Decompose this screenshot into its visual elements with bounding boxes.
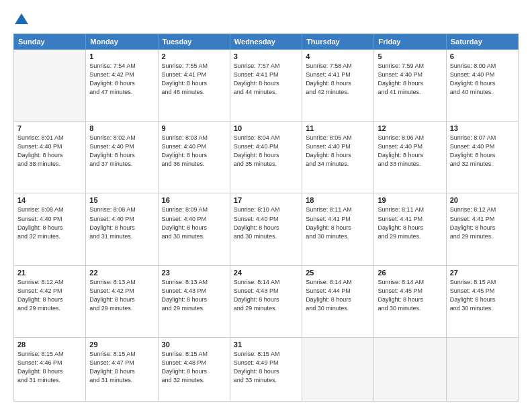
calendar-week-row: 1Sunrise: 7:54 AM Sunset: 4:42 PM Daylig…: [14, 50, 519, 122]
day-number: 20: [450, 196, 515, 204]
calendar-cell: 19Sunrise: 8:11 AM Sunset: 4:41 PM Dayli…: [374, 193, 446, 265]
calendar-cell: 8Sunrise: 8:02 AM Sunset: 4:40 PM Daylig…: [86, 122, 158, 193]
day-number: 24: [234, 269, 298, 277]
day-info: Sunrise: 8:09 AM Sunset: 4:40 PM Dayligh…: [162, 205, 226, 240]
logo: [13, 12, 30, 27]
day-number: 12: [378, 124, 442, 132]
calendar-cell: 25Sunrise: 8:14 AM Sunset: 4:44 PM Dayli…: [302, 265, 374, 337]
calendar-cell: [446, 337, 518, 401]
day-info: Sunrise: 7:54 AM Sunset: 4:42 PM Dayligh…: [89, 62, 154, 97]
calendar-cell: [14, 50, 86, 122]
day-number: 16: [162, 196, 226, 204]
day-info: Sunrise: 8:10 AM Sunset: 4:40 PM Dayligh…: [234, 205, 298, 240]
day-number: 10: [234, 124, 298, 132]
day-number: 19: [378, 196, 442, 204]
day-info: Sunrise: 8:15 AM Sunset: 4:47 PM Dayligh…: [89, 350, 154, 385]
day-number: 6: [450, 52, 515, 60]
day-info: Sunrise: 7:58 AM Sunset: 4:41 PM Dayligh…: [306, 62, 370, 97]
day-info: Sunrise: 7:57 AM Sunset: 4:41 PM Dayligh…: [234, 62, 298, 97]
day-info: Sunrise: 8:08 AM Sunset: 4:40 PM Dayligh…: [89, 205, 154, 240]
calendar-cell: 28Sunrise: 8:15 AM Sunset: 4:46 PM Dayli…: [14, 337, 86, 401]
svg-marker-0: [15, 13, 28, 24]
calendar-cell: 5Sunrise: 7:59 AM Sunset: 4:40 PM Daylig…: [374, 50, 446, 122]
day-info: Sunrise: 7:55 AM Sunset: 4:41 PM Dayligh…: [162, 62, 226, 97]
day-info: Sunrise: 8:13 AM Sunset: 4:43 PM Dayligh…: [162, 278, 226, 313]
calendar-cell: 17Sunrise: 8:10 AM Sunset: 4:40 PM Dayli…: [230, 193, 302, 265]
day-number: 8: [89, 124, 154, 132]
day-number: 18: [306, 196, 370, 204]
day-info: Sunrise: 8:14 AM Sunset: 4:44 PM Dayligh…: [306, 278, 370, 313]
calendar-cell: 14Sunrise: 8:08 AM Sunset: 4:40 PM Dayli…: [14, 193, 86, 265]
day-info: Sunrise: 8:08 AM Sunset: 4:40 PM Dayligh…: [17, 205, 82, 240]
day-number: 11: [306, 124, 370, 132]
day-info: Sunrise: 8:02 AM Sunset: 4:40 PM Dayligh…: [89, 134, 154, 169]
day-number: 23: [162, 269, 226, 277]
day-info: Sunrise: 8:14 AM Sunset: 4:43 PM Dayligh…: [234, 278, 298, 313]
calendar-cell: 11Sunrise: 8:05 AM Sunset: 4:40 PM Dayli…: [302, 122, 374, 193]
header-row: [13, 12, 519, 27]
day-info: Sunrise: 8:12 AM Sunset: 4:41 PM Dayligh…: [450, 205, 515, 240]
day-info: Sunrise: 8:13 AM Sunset: 4:42 PM Dayligh…: [89, 278, 154, 313]
day-number: 9: [162, 124, 226, 132]
day-info: Sunrise: 8:15 AM Sunset: 4:49 PM Dayligh…: [234, 350, 298, 385]
calendar-cell: 6Sunrise: 8:00 AM Sunset: 4:40 PM Daylig…: [446, 50, 518, 122]
day-number: 26: [378, 269, 442, 277]
calendar-week-row: 21Sunrise: 8:12 AM Sunset: 4:42 PM Dayli…: [14, 265, 519, 337]
day-info: Sunrise: 8:04 AM Sunset: 4:40 PM Dayligh…: [234, 134, 298, 169]
day-info: Sunrise: 8:05 AM Sunset: 4:40 PM Dayligh…: [306, 134, 370, 169]
calendar-cell: 20Sunrise: 8:12 AM Sunset: 4:41 PM Dayli…: [446, 193, 518, 265]
day-number: 3: [234, 52, 298, 60]
day-info: Sunrise: 7:59 AM Sunset: 4:40 PM Dayligh…: [378, 62, 442, 97]
calendar-cell: 26Sunrise: 8:14 AM Sunset: 4:45 PM Dayli…: [374, 265, 446, 337]
day-info: Sunrise: 8:00 AM Sunset: 4:40 PM Dayligh…: [450, 62, 515, 97]
weekday-header: Tuesday: [158, 34, 230, 50]
logo-icon: [15, 12, 30, 27]
day-number: 29: [89, 340, 154, 349]
calendar-cell: 21Sunrise: 8:12 AM Sunset: 4:42 PM Dayli…: [14, 265, 86, 337]
day-number: 31: [234, 340, 298, 349]
calendar-cell: 13Sunrise: 8:07 AM Sunset: 4:40 PM Dayli…: [446, 122, 518, 193]
day-number: 28: [17, 340, 82, 349]
weekday-header: Sunday: [14, 34, 86, 50]
day-number: 27: [450, 269, 515, 277]
day-number: 2: [162, 52, 226, 60]
calendar-cell: 12Sunrise: 8:06 AM Sunset: 4:40 PM Dayli…: [374, 122, 446, 193]
day-number: 30: [162, 340, 226, 349]
calendar-cell: [302, 337, 374, 401]
day-info: Sunrise: 8:11 AM Sunset: 4:41 PM Dayligh…: [306, 205, 370, 240]
day-info: Sunrise: 8:03 AM Sunset: 4:40 PM Dayligh…: [162, 134, 226, 169]
calendar-cell: 7Sunrise: 8:01 AM Sunset: 4:40 PM Daylig…: [14, 122, 86, 193]
calendar-cell: 1Sunrise: 7:54 AM Sunset: 4:42 PM Daylig…: [86, 50, 158, 122]
calendar-table: SundayMondayTuesdayWednesdayThursdayFrid…: [13, 34, 519, 402]
calendar-cell: 10Sunrise: 8:04 AM Sunset: 4:40 PM Dayli…: [230, 122, 302, 193]
day-number: 22: [89, 269, 154, 277]
calendar-cell: 24Sunrise: 8:14 AM Sunset: 4:43 PM Dayli…: [230, 265, 302, 337]
day-number: 5: [378, 52, 442, 60]
day-info: Sunrise: 8:12 AM Sunset: 4:42 PM Dayligh…: [17, 278, 82, 313]
calendar-week-row: 7Sunrise: 8:01 AM Sunset: 4:40 PM Daylig…: [14, 122, 519, 193]
calendar-cell: 22Sunrise: 8:13 AM Sunset: 4:42 PM Dayli…: [86, 265, 158, 337]
day-info: Sunrise: 8:15 AM Sunset: 4:48 PM Dayligh…: [162, 350, 226, 385]
calendar-cell: [374, 337, 446, 401]
day-number: 13: [450, 124, 515, 132]
day-info: Sunrise: 8:01 AM Sunset: 4:40 PM Dayligh…: [17, 134, 82, 169]
calendar-cell: 2Sunrise: 7:55 AM Sunset: 4:41 PM Daylig…: [158, 50, 230, 122]
day-number: 4: [306, 52, 370, 60]
day-info: Sunrise: 8:14 AM Sunset: 4:45 PM Dayligh…: [378, 278, 442, 313]
day-info: Sunrise: 8:07 AM Sunset: 4:40 PM Dayligh…: [450, 134, 515, 169]
calendar-week-row: 28Sunrise: 8:15 AM Sunset: 4:46 PM Dayli…: [14, 337, 519, 401]
day-info: Sunrise: 8:15 AM Sunset: 4:45 PM Dayligh…: [450, 278, 515, 313]
page: SundayMondayTuesdayWednesdayThursdayFrid…: [0, 0, 532, 411]
calendar-week-row: 14Sunrise: 8:08 AM Sunset: 4:40 PM Dayli…: [14, 193, 519, 265]
calendar-cell: 30Sunrise: 8:15 AM Sunset: 4:48 PM Dayli…: [158, 337, 230, 401]
day-number: 17: [234, 196, 298, 204]
calendar-cell: 31Sunrise: 8:15 AM Sunset: 4:49 PM Dayli…: [230, 337, 302, 401]
weekday-header: Monday: [86, 34, 158, 50]
calendar-cell: 9Sunrise: 8:03 AM Sunset: 4:40 PM Daylig…: [158, 122, 230, 193]
weekday-header-row: SundayMondayTuesdayWednesdayThursdayFrid…: [14, 34, 519, 50]
day-number: 7: [17, 124, 82, 132]
weekday-header: Wednesday: [230, 34, 302, 50]
calendar-cell: 3Sunrise: 7:57 AM Sunset: 4:41 PM Daylig…: [230, 50, 302, 122]
day-number: 14: [17, 196, 82, 204]
day-number: 21: [17, 269, 82, 277]
